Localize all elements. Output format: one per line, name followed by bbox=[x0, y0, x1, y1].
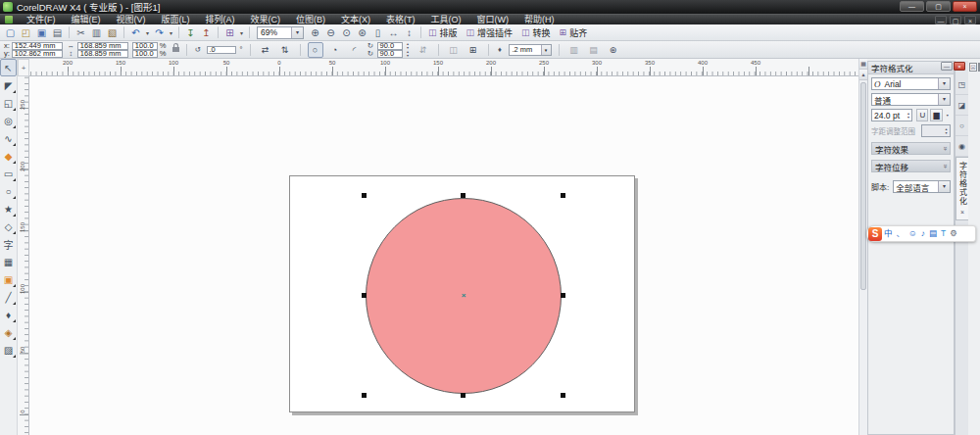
minimize-button[interactable]: — bbox=[900, 1, 924, 12]
object-height-field[interactable]: 168.859 mm bbox=[77, 50, 128, 58]
zoom-width-button[interactable]: ↔ bbox=[386, 25, 401, 40]
interactive-blend-tool[interactable]: ▣ bbox=[0, 270, 17, 288]
close-button[interactable]: × bbox=[953, 1, 977, 12]
docker-minimize-button[interactable]: — bbox=[941, 62, 953, 71]
character-style-button[interactable]: ▆ bbox=[930, 109, 942, 121]
chevron-expand-icon[interactable]: « bbox=[940, 164, 949, 168]
chevron-down-icon[interactable]: ▾ bbox=[945, 114, 951, 118]
table-tool[interactable]: ▦ bbox=[0, 253, 17, 270]
font-family-combo[interactable]: O Arial ▾ bbox=[871, 77, 951, 90]
pie-mode-button[interactable]: ◔ bbox=[327, 42, 343, 58]
undo-dropdown[interactable]: ▾ bbox=[144, 25, 151, 40]
docker-tab-transform[interactable]: ◳ bbox=[956, 74, 968, 95]
lock-ratio-icon[interactable] bbox=[172, 47, 179, 52]
arc-mode-button[interactable]: ◜ bbox=[347, 42, 363, 58]
chevron-down-icon[interactable]: ▾ bbox=[938, 78, 950, 89]
import-button[interactable]: ↧ bbox=[183, 25, 198, 40]
docker-close-button[interactable]: × bbox=[954, 62, 965, 71]
mirror-vertical-button[interactable]: ⇅ bbox=[277, 42, 293, 58]
ime-toolbox[interactable]: ⚙ bbox=[950, 226, 957, 241]
vertical-ruler[interactable]: 250200150100500 bbox=[18, 76, 29, 435]
ime-chinese-mode[interactable]: 中 bbox=[884, 226, 893, 241]
pick-tool[interactable]: ↖ bbox=[0, 59, 17, 76]
open-button[interactable]: ◰ bbox=[19, 25, 33, 40]
arc-direction-button[interactable]: ⇵ bbox=[416, 42, 431, 58]
zoom-page-button[interactable]: ▯ bbox=[370, 25, 385, 40]
fill-tool[interactable]: ◈ bbox=[0, 323, 17, 341]
zoom-height-button[interactable]: ↕ bbox=[402, 25, 416, 40]
menu-item[interactable]: 文件(F) bbox=[19, 15, 64, 24]
menu-item[interactable]: 窗口(W) bbox=[469, 15, 517, 24]
y-position-field[interactable]: 102.862 mm bbox=[12, 50, 63, 58]
redo-button[interactable]: ↷ bbox=[152, 25, 167, 40]
menu-item[interactable]: 表格(T) bbox=[378, 15, 423, 24]
restore-button[interactable]: ▢ bbox=[926, 1, 951, 12]
zoom-tool[interactable]: ◎ bbox=[0, 112, 17, 129]
copy-button[interactable]: ▥ bbox=[89, 25, 104, 40]
mirror-horizontal-button[interactable]: ⇄ bbox=[258, 42, 273, 58]
launcher-dropdown[interactable]: ▾ bbox=[238, 25, 245, 40]
save-button[interactable]: ▣ bbox=[34, 25, 49, 40]
typeset-button[interactable]: ◫ 排版 bbox=[424, 25, 462, 40]
menu-item[interactable]: 排列(A) bbox=[198, 15, 243, 24]
eyedropper-tool[interactable]: ╱ bbox=[0, 288, 17, 306]
ime-voice[interactable]: ♪ bbox=[921, 226, 925, 241]
character-shift-section[interactable]: 字符位移 « bbox=[871, 160, 951, 172]
cut-button[interactable]: ✂ bbox=[74, 25, 88, 40]
chevron-down-icon[interactable]: ▾ bbox=[938, 181, 950, 192]
docker-tab-character-formatting[interactable]: 字符格式化 × bbox=[956, 157, 968, 220]
spinner[interactable]: ▴▾ bbox=[405, 50, 412, 57]
wrap-paragraph-a-button[interactable]: ▥ bbox=[566, 42, 582, 58]
selection-handle[interactable] bbox=[362, 193, 367, 198]
app-launcher-button[interactable]: ⊞ bbox=[222, 25, 237, 40]
zoom-level-combo[interactable]: 69% ▾ bbox=[257, 26, 304, 39]
font-size-spinbox[interactable]: 24.0 pt ▴▾ bbox=[871, 109, 912, 121]
menu-item[interactable]: 工具(O) bbox=[423, 15, 469, 24]
export-button[interactable]: ↥ bbox=[199, 25, 214, 40]
undo-button[interactable]: ↶ bbox=[128, 25, 143, 40]
smart-fill-tool[interactable]: ◆ bbox=[0, 147, 17, 165]
new-button[interactable]: ▢ bbox=[3, 25, 18, 40]
basic-shapes-tool[interactable]: ◇ bbox=[0, 218, 17, 235]
docker-tab-contour[interactable]: ◉ bbox=[956, 136, 968, 157]
zoom-all-button[interactable]: ⊛ bbox=[355, 25, 369, 40]
zoom-in-button[interactable]: ⊕ bbox=[308, 25, 322, 40]
interactive-fill-tool[interactable]: ▨ bbox=[0, 341, 17, 359]
selection-handle[interactable] bbox=[461, 193, 466, 198]
selection-handle[interactable] bbox=[362, 293, 367, 298]
text-tool[interactable]: 字 bbox=[0, 235, 17, 253]
paste-button[interactable]: ▧ bbox=[105, 25, 120, 40]
convert-to-curve-button[interactable]: ◫ bbox=[446, 42, 462, 58]
no-color-swatch[interactable]: ⊠ bbox=[969, 63, 977, 72]
freehand-tool[interactable]: ∿ bbox=[0, 129, 17, 147]
rotation-angle-field[interactable]: .0 bbox=[207, 46, 236, 54]
selection-handle[interactable] bbox=[561, 393, 565, 398]
ime-emoji[interactable]: ☺ bbox=[908, 226, 917, 241]
horizontal-ruler[interactable]: 20015010050050100150200250300350400450 bbox=[29, 59, 858, 76]
menu-item[interactable]: 效果(C) bbox=[243, 15, 289, 24]
plugins-button[interactable]: ◫ 增强插件 bbox=[463, 25, 517, 40]
outline-pen-tool[interactable]: ♦ bbox=[0, 306, 17, 323]
scroll-up-button[interactable]: ▴ bbox=[859, 70, 867, 80]
wrap-paragraph-b-button[interactable]: ▤ bbox=[586, 42, 602, 58]
wrap-text-button[interactable]: ⊞ bbox=[466, 42, 481, 58]
ruler-origin-button[interactable]: + bbox=[18, 59, 29, 76]
drawing-canvas[interactable]: × bbox=[29, 76, 858, 435]
arc-end-field[interactable]: 90.0 bbox=[377, 50, 403, 58]
chevron-down-icon[interactable]: ▾ bbox=[541, 45, 551, 55]
close-icon[interactable]: × bbox=[960, 209, 964, 216]
ime-punctuation[interactable]: 、 bbox=[897, 226, 906, 241]
ime-keyboard[interactable]: ▤ bbox=[929, 226, 937, 241]
selection-handle[interactable] bbox=[461, 393, 466, 398]
doc-minimize-button[interactable]: — bbox=[935, 16, 947, 24]
character-effects-section[interactable]: 字符效果 « bbox=[871, 142, 951, 155]
selection-handle[interactable] bbox=[362, 393, 367, 398]
zoom-out-button[interactable]: ⊖ bbox=[323, 25, 338, 40]
menu-item[interactable]: 视图(V) bbox=[109, 15, 154, 24]
chevron-down-icon[interactable]: ▾ bbox=[938, 94, 950, 105]
vertical-scrollbar[interactable]: ▦ ▴ bbox=[858, 59, 867, 435]
spinner[interactable]: ▴▾ bbox=[905, 112, 911, 119]
doc-close-button[interactable]: × bbox=[964, 16, 976, 24]
outline-width-combo[interactable]: .2 mm ▾ bbox=[509, 44, 552, 56]
redo-dropdown[interactable]: ▾ bbox=[168, 25, 174, 40]
